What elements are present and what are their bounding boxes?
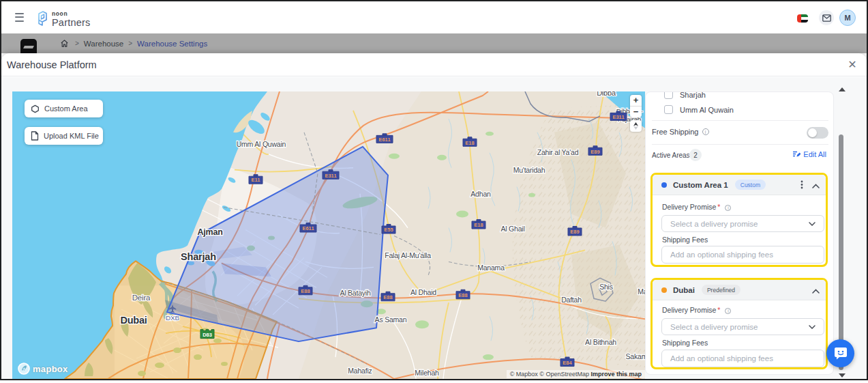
improve-map-link[interactable]: Improve this map [590,371,642,378]
zoom-out-button[interactable]: − [630,107,642,117]
svg-text:D83: D83 [203,332,212,338]
route-shield: D83 [200,330,214,339]
modal-header: Warehouse Platform ✕ [1,53,867,76]
card-header[interactable]: Dubai Predefined [653,280,826,300]
emirate-row-sharjah: Sharjah [664,91,706,99]
active-areas-label: Active Areas [652,152,690,159]
route-shield: E311 [323,170,339,179]
custom-area-button-label: Custom Area [44,104,88,113]
free-shipping-toggle[interactable] [807,127,828,139]
input-placeholder: Add an optional shipping fees [670,354,773,363]
divider [652,120,828,121]
delivery-promise-text: Delivery Promise [662,203,716,211]
scrollbar-thumb[interactable] [839,134,843,370]
map-place-label: Umm Al Quwain [237,141,286,148]
checkbox-umm-al-quwain[interactable] [664,105,673,114]
route-shield: E18 [463,137,477,146]
mapbox-logo: mapbox [18,363,68,375]
svg-text:E611: E611 [378,137,390,143]
checkbox-label: Sharjah [680,91,706,99]
free-shipping-text: Free Shipping [652,128,699,136]
map-place-label: Falaj Al-Mu'alla [385,252,431,259]
map-place-label: Milehah [415,369,439,377]
uae-flag-icon[interactable] [797,14,808,23]
settings-panel: Sharjah Umm Al Quwain Free Shipping i Ac… [645,91,834,375]
svg-text:E89: E89 [570,229,579,235]
compass-button[interactable] [630,120,642,132]
modal-backdrop [1,33,867,53]
zoom-in-button[interactable]: + [630,95,642,106]
divider [652,144,828,145]
card-title: Dubai [673,286,695,294]
upload-kml-button[interactable]: Upload KML File [25,127,103,145]
top-navbar: noon Partners M [1,1,867,33]
custom-area-button[interactable]: Custom Area [25,100,103,117]
delivery-promise-label: Delivery Promise* i [662,203,731,211]
map-place-label: Sakamkam [626,353,645,360]
collapse-chevron-icon[interactable] [807,179,824,191]
checkbox-label: Umm Al Quwain [680,106,734,114]
hamburger-menu-icon[interactable] [15,13,24,23]
support-chat-button[interactable] [826,339,854,367]
shipping-fees-input[interactable]: Add an optional shipping fees [661,246,824,264]
chevron-down-icon [809,325,815,329]
close-icon[interactable]: ✕ [845,58,859,72]
svg-text:E88: E88 [458,292,467,298]
map-place-label: Al Dhaid [410,289,436,296]
shipping-fees-input[interactable]: Add an optional shipping fees [661,350,824,367]
map-place-label: Adhan [470,190,491,198]
card-badge-custom: Custom [735,180,766,190]
messages-button[interactable] [819,10,834,25]
route-shield: E89 [568,227,582,236]
modal-title: Warehouse Platform [7,59,97,70]
map-place-label: Dibba [597,91,616,97]
edit-all-button[interactable]: Edit All [792,150,826,158]
svg-text:E84: E84 [563,360,572,366]
map-place-label: Deira [132,294,151,302]
map-canvas[interactable]: Umm Al QuwainAjmanSharjahDeiraDubaiDXBAd… [12,91,645,379]
chevron-down-icon [809,222,815,226]
map-place-label: Daftah [561,296,582,304]
route-shield: E611 [376,134,393,143]
map-place-label: Dubai [120,315,147,326]
required-asterisk: * [717,203,720,211]
scroll-up-arrow[interactable] [839,86,846,92]
map-place-label: Sharjah [181,251,216,262]
attribution-text: © Mapbox © OpenStreetMap [510,371,589,378]
info-icon[interactable]: i [725,205,731,211]
area-color-dot-orange [661,287,667,293]
shipping-fees-label: Shipping Fees [662,236,708,244]
input-placeholder: Add an optional shipping fees [670,251,773,259]
map-graphic: Umm Al QuwainAjmanSharjahDeiraDubaiDXBAd… [12,91,645,379]
kebab-menu-icon[interactable] [797,180,807,189]
brand-logo[interactable]: noon Partners [36,11,90,27]
envelope-icon [822,14,831,22]
info-icon[interactable]: i [702,128,709,135]
edit-all-label: Edit All [803,150,826,158]
select-placeholder: Select a delivery promise [670,323,758,331]
scroll-down-arrow[interactable] [839,373,846,379]
svg-text:E88: E88 [301,288,310,294]
info-icon[interactable]: i [725,308,731,314]
delivery-promise-select[interactable]: Select a delivery promise [661,215,824,232]
route-shield: E88 [456,289,470,298]
shipping-fees-label: Shipping Fees [662,339,708,347]
upload-kml-button-label: Upload KML File [44,132,99,140]
avatar-initial: M [844,14,850,22]
app-window: noon Partners M > Warehouse > Warehouse … [0,0,868,383]
delivery-promise-select[interactable]: Select a delivery promise [661,318,824,335]
svg-text:E18: E18 [465,140,474,146]
delivery-promise-text: Delivery Promise [662,306,716,314]
collapse-chevron-icon[interactable] [807,284,824,296]
route-shield: E88 [299,285,312,294]
svg-text:E55: E55 [384,227,393,233]
svg-text:E89: E89 [590,149,599,155]
mapbox-wordmark: mapbox [33,364,68,374]
user-avatar[interactable]: M [839,10,856,26]
checkbox-sharjah[interactable] [664,91,673,99]
route-shield: E84 [560,357,574,366]
chat-smiley-icon [834,347,848,360]
card-header[interactable]: Custom Area 1 Custom [653,175,826,195]
brand-name-bottom: Partners [52,18,90,28]
map-place-label: Mahafiz [348,367,372,375]
